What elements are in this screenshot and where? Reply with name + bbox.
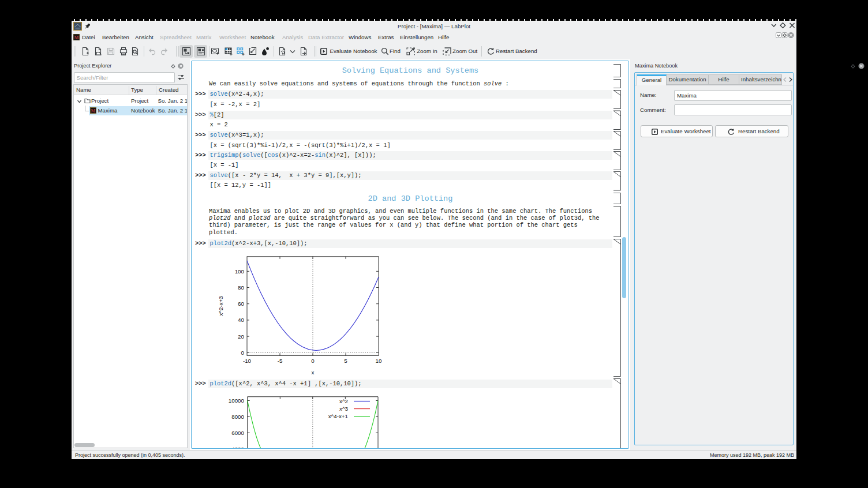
svg-text:60: 60 <box>238 301 244 307</box>
svg-text:-5: -5 <box>278 358 283 364</box>
svg-text:10000: 10000 <box>229 397 245 404</box>
svg-text:0: 0 <box>241 350 245 356</box>
svg-text:-10: -10 <box>243 358 252 364</box>
svg-text:20: 20 <box>238 333 244 340</box>
svg-text:x^2: x^2 <box>339 398 348 404</box>
svg-text:M: M <box>74 35 78 40</box>
svg-text:6000: 6000 <box>231 430 244 436</box>
svg-text:x^4-x+1: x^4-x+1 <box>328 413 348 419</box>
svg-text:10: 10 <box>376 358 382 364</box>
svg-text:80: 80 <box>238 284 244 291</box>
svg-text:x: x <box>312 369 315 376</box>
svg-text:100: 100 <box>235 268 245 275</box>
svg-text:5: 5 <box>344 358 347 364</box>
svg-text:x^2-x+3: x^2-x+3 <box>218 296 224 316</box>
svg-text:0: 0 <box>311 358 315 364</box>
svg-text:M: M <box>91 108 95 114</box>
svg-text:x^3: x^3 <box>339 406 348 412</box>
svg-text:8000: 8000 <box>231 414 244 420</box>
svg-text:40: 40 <box>238 317 244 323</box>
svg-text:4000: 4000 <box>231 446 244 449</box>
